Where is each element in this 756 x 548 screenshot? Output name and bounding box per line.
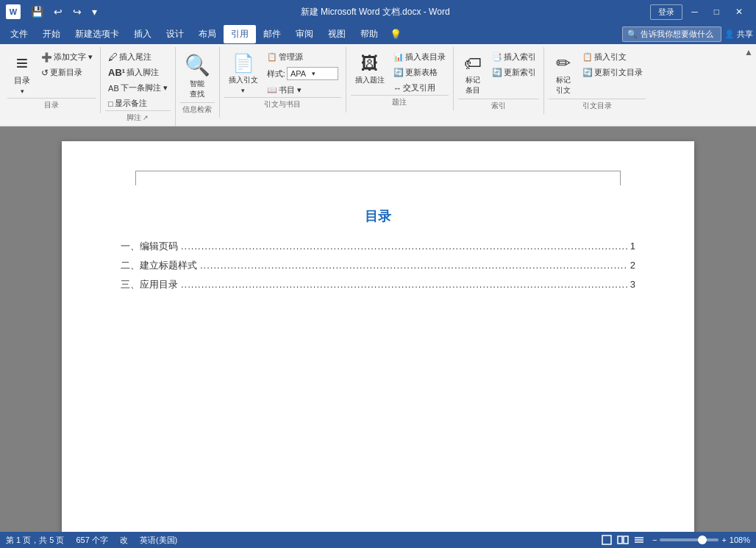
- toc-item-3-page: 3: [630, 279, 635, 290]
- redo-quick-btn[interactable]: ↪: [70, 4, 85, 19]
- tell-me-search[interactable]: 🔍 告诉我你想要做什么: [622, 26, 721, 42]
- insert-citations-table-icon: 📋: [582, 52, 593, 62]
- menu-help[interactable]: 帮助: [353, 25, 385, 43]
- mark-entry-button[interactable]: 🏷 标记条目: [458, 50, 488, 99]
- window-title: 新建 Microsoft Word 文档.docx - Word: [100, 6, 650, 18]
- menu-newtab[interactable]: 新建选项卡: [68, 25, 126, 43]
- index-group-label: 索引: [458, 99, 539, 111]
- toc-dropdown-arrow: ▾: [21, 88, 24, 95]
- insert-citation-button[interactable]: 📄 插入引文 ▾: [224, 50, 263, 97]
- undo-quick-btn[interactable]: ↩: [51, 4, 65, 19]
- citations-group-content: 📄 插入引文 ▾ 📋 管理源 样式: APA ▾ 📖: [224, 47, 341, 97]
- svg-rect-1: [618, 536, 622, 544]
- share-button[interactable]: 👤 共享: [724, 29, 753, 40]
- index-sub-buttons: 📑 插入索引 🔄 更新索引: [489, 50, 539, 79]
- style-dropdown-arrow: ▾: [312, 70, 315, 77]
- ribbon-group-captions: 🖼 插入题注 📊 插入表目录 🔄 更新表格 ↔ 交叉引用 题注: [346, 47, 454, 110]
- insert-index-button[interactable]: 📑 插入索引: [489, 50, 539, 64]
- customize-quick-btn[interactable]: ▾: [89, 4, 100, 19]
- minimize-button[interactable]: ─: [684, 0, 705, 24]
- menu-right-area: 🔍 告诉我你想要做什么 👤 共享: [622, 26, 753, 42]
- footnote-group-label: 脚注 ↗: [105, 110, 171, 123]
- search-icon: 🔍: [627, 29, 638, 39]
- insert-caption-button[interactable]: 🖼 插入题注: [351, 50, 389, 88]
- footnote-buttons: 🖊 插入尾注 AB¹ 插入脚注 AB 下一条脚注 ▾ □ 显示备注: [105, 50, 171, 110]
- manage-sources-icon: 📋: [267, 52, 277, 62]
- ribbon-group-footnote: 🖊 插入尾注 AB¹ 插入脚注 AB 下一条脚注 ▾ □ 显示备注 脚注: [101, 47, 176, 126]
- page-bracket-top: [135, 171, 621, 185]
- update-index-icon: 🔄: [492, 68, 502, 77]
- toc-item-3: 三、应用目录 .................................…: [121, 278, 635, 291]
- maximize-button[interactable]: □: [707, 0, 727, 24]
- research-group-label: 信息检索: [180, 102, 215, 115]
- manage-sources-button[interactable]: 📋 管理源: [264, 50, 341, 64]
- captions-group-label: 题注: [351, 95, 449, 107]
- menu-home[interactable]: 开始: [35, 25, 68, 43]
- insert-citations-table-button[interactable]: 📋 插入引文: [580, 50, 646, 64]
- menu-references[interactable]: 引用: [224, 25, 256, 43]
- toc-sub-buttons: ➕ 添加文字 ▾ ↺ 更新目录: [38, 50, 96, 79]
- menu-insert[interactable]: 插入: [126, 25, 159, 43]
- cross-reference-button[interactable]: ↔ 交叉引用: [391, 81, 449, 95]
- zoom-plus-btn[interactable]: +: [721, 535, 726, 544]
- outline-view-btn[interactable]: [632, 534, 646, 546]
- style-select[interactable]: APA ▾: [287, 67, 338, 80]
- insert-table-list-icon: 📊: [393, 52, 404, 62]
- svg-rect-0: [602, 535, 611, 544]
- language: 英语(美国): [140, 535, 177, 546]
- zoom-bar: − + 108%: [652, 535, 750, 544]
- menu-design[interactable]: 设计: [159, 25, 191, 43]
- zoom-slider[interactable]: [660, 538, 718, 541]
- add-text-button[interactable]: ➕ 添加文字 ▾: [38, 50, 96, 64]
- smart-lookup-icon: 🔍: [185, 53, 210, 77]
- word-count: 657 个字: [76, 535, 107, 546]
- show-notes-icon: □: [108, 99, 113, 108]
- insert-index-icon: 📑: [492, 52, 502, 62]
- update-citations-table-button[interactable]: 🔄 更新引文目录: [580, 65, 646, 79]
- menu-layout[interactable]: 布局: [191, 25, 224, 43]
- ab1-icon: AB¹: [108, 67, 125, 78]
- toc-button[interactable]: ≡ 目录 ▾: [7, 50, 37, 98]
- update-table-button[interactable]: 🔄 更新表格: [391, 65, 449, 79]
- print-layout-btn[interactable]: [599, 534, 614, 546]
- menu-review[interactable]: 审阅: [288, 25, 321, 43]
- footnote-expand-icon[interactable]: ↗: [143, 114, 149, 121]
- next-footnote-button[interactable]: AB 下一条脚注 ▾: [105, 81, 171, 95]
- mark-citation-button[interactable]: ✏ 标记引文: [549, 50, 578, 99]
- show-notes-button[interactable]: □ 显示备注: [105, 96, 171, 110]
- web-view-btn[interactable]: [616, 534, 630, 546]
- captions-sub-buttons: 📊 插入表目录 🔄 更新表格 ↔ 交叉引用: [391, 50, 449, 95]
- document-page[interactable]: 目录 一、编辑页码 ..............................…: [62, 141, 694, 532]
- smart-lookup-label: 智能查找: [190, 79, 204, 99]
- ribbon-group-citations: 📄 插入引文 ▾ 📋 管理源 样式: APA ▾ 📖: [220, 47, 346, 113]
- document-area: 目录 一、编辑页码 ..............................…: [0, 127, 756, 532]
- menu-file[interactable]: 文件: [3, 25, 35, 43]
- insert-table-list-button[interactable]: 📊 插入表目录: [391, 50, 449, 64]
- zoom-level: 108%: [730, 535, 750, 544]
- toc-item-3-dots: ........................................…: [181, 279, 627, 290]
- ribbon-collapse-button[interactable]: ▲: [744, 47, 753, 57]
- word-icon: W: [6, 4, 21, 19]
- toc-item-1-label: 一、编辑页码: [121, 240, 178, 253]
- update-toc-button[interactable]: ↺ 更新目录: [38, 65, 96, 79]
- page-info: 第 1 页，共 5 页: [6, 535, 64, 546]
- login-button[interactable]: 登录: [650, 4, 682, 20]
- update-index-button[interactable]: 🔄 更新索引: [489, 65, 539, 79]
- bibliography-button[interactable]: 📖 书目 ▾: [264, 83, 341, 97]
- smart-lookup-button[interactable]: 🔍 智能查找: [180, 50, 215, 102]
- citations-table-sub-buttons: 📋 插入引文 🔄 更新引文目录: [580, 50, 646, 79]
- close-button[interactable]: ✕: [728, 0, 750, 24]
- title-bar-left: W 💾 ↩ ↪ ▾: [6, 4, 100, 19]
- ribbon-group-toc: ≡ 目录 ▾ ➕ 添加文字 ▾ ↺ 更新目录 目录: [3, 47, 101, 113]
- save-quick-btn[interactable]: 💾: [28, 4, 46, 19]
- bibliography-icon: 📖: [267, 85, 277, 95]
- insert-footnote-large-button[interactable]: AB¹ 插入脚注: [105, 65, 171, 79]
- zoom-minus-btn[interactable]: −: [652, 535, 657, 544]
- insert-endnote-button[interactable]: 🖊 插入尾注: [105, 50, 171, 64]
- svg-rect-2: [624, 536, 628, 544]
- title-bar-right: 登录 ─ □ ✕: [650, 0, 750, 24]
- menu-mailings[interactable]: 邮件: [256, 25, 288, 43]
- menu-view[interactable]: 视图: [321, 25, 353, 43]
- status-bar-right: − + 108%: [599, 534, 750, 546]
- style-dropdown[interactable]: 样式: APA ▾: [264, 65, 341, 82]
